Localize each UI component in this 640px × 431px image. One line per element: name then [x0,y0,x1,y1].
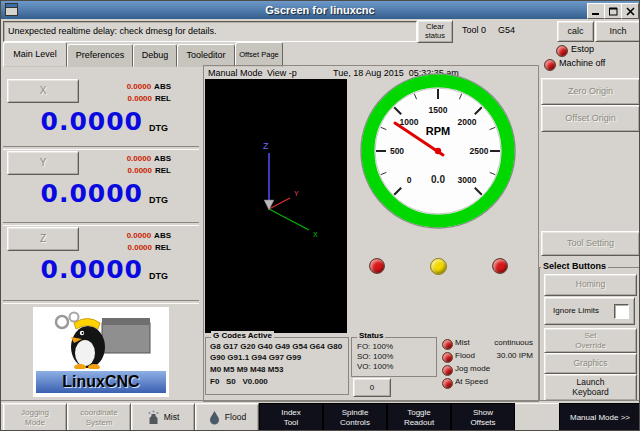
gcodes-line: G90 G91.1 G94 G97 G99 [210,353,301,362]
mist-icon [147,410,160,425]
coord-system-label: G54 [498,25,515,35]
at-speed-label: At Speed [455,377,488,386]
mist-button[interactable]: Mist [131,403,195,431]
y-abs-value: 0.0000 [127,154,151,163]
mcodes-line: M0 M5 M9 M48 M53 [210,365,283,374]
svg-text:X: X [313,231,318,238]
ignore-limits-checkbox[interactable] [614,304,629,319]
offset-origin-button[interactable]: Offset Origin [541,105,640,132]
dtg-label: DTG [149,123,168,133]
jog-mode-label: Jog mode [455,364,490,373]
feed-override-label: FO: 100% [357,342,393,351]
show-offsets-label: Show Offsets [464,408,502,426]
status-led-right [492,258,508,274]
override-spinbutton[interactable]: 0 [353,378,391,397]
homing-button[interactable]: Homing [544,274,637,296]
tab-tooleditor[interactable]: Tooleditor [177,44,235,67]
linuxcnc-logo: LinuxCNC [33,307,169,397]
status-message: Unexpected realtime delay: check dmesg f… [8,26,217,36]
set-override-label: Set Override [570,331,612,349]
titlebar[interactable]: Gscreen for linuxcnc [1,1,639,19]
zero-origin-button[interactable]: Zero Origin [541,78,640,105]
tab-preferences[interactable]: Preferences [67,44,133,67]
toggle-readout-label: Toggle Readout [398,408,440,426]
tab-debug[interactable]: Debug [133,44,177,67]
at-speed-led [442,378,453,389]
status-led-left [369,258,385,274]
jogging-mode-button[interactable]: Jogging Mode [3,403,67,431]
gremlin-view[interactable]: Z Y X [205,79,347,333]
coordinate-system-label: coordinate System [74,408,124,426]
dtg-label: DTG [149,195,168,205]
rel-label: REL [155,94,171,103]
svg-text:0: 0 [407,175,412,185]
estop-led [556,45,568,57]
tool-label: Tool 0 [462,25,486,35]
gauge-value: 0.0 [431,174,445,185]
fsv-line: F0 S0 V0.000 [210,377,268,386]
select-buttons-label: Select Buttons [541,261,608,271]
tab-offset-page[interactable]: Offset Page [235,42,283,67]
gauge-title: RPM [426,125,450,137]
tab-main-level[interactable]: Main Level [3,42,67,67]
close-icon [626,7,635,16]
rpm-gauge: 0 500 1000 1500 2000 2500 3000 RPM 0.0 [358,71,518,231]
minimize-button[interactable] [587,3,605,19]
status-led-center [430,258,447,275]
flood-state-value: 30.00 IPM [441,351,533,360]
gcodes-line: G8 G17 G20 G40 G49 G54 G64 G80 [210,342,342,351]
calc-button[interactable]: calc [557,21,594,42]
flood-button[interactable]: Flood [195,403,259,431]
dtg-label: DTG [149,271,168,281]
logo-text: LinuxCNC [62,373,139,391]
abs-label: ABS [154,154,171,163]
flood-icon [208,410,221,425]
jog-mode-led [442,365,453,376]
tool-setting-button[interactable]: Tool Setting [541,231,640,256]
rel-label: REL [155,166,171,175]
jogging-mode-label: Jogging Mode [16,408,54,426]
z-dtg-value: 0.0000 [3,255,143,284]
index-tool-button[interactable]: Index Tool [259,403,323,431]
rel-label: REL [155,243,171,252]
statusbar-message-box: Unexpected realtime delay: check dmesg f… [3,21,417,42]
launch-keyboard-label: Launch Keyboard [568,378,614,398]
mist-button-label: Mist [164,413,180,423]
flood-button-label: Flood [225,413,246,423]
machine-off-led [544,59,556,71]
svg-text:Y: Y [294,190,299,197]
window-title: Gscreen for linuxcnc [1,1,639,19]
coordinate-system-button[interactable]: coordinate System [67,403,131,431]
spindle-controls-button[interactable]: Spindle Controls [323,403,387,431]
ignore-limits-button[interactable]: Ignore Limits [544,297,635,325]
y-dtg-value: 0.0000 [3,179,143,208]
minimize-icon [592,7,600,15]
svg-text:3000: 3000 [458,175,477,185]
svg-text:1500: 1500 [429,105,448,115]
machine-off-label: Machine off [559,58,605,68]
estop-label: Estop [571,44,594,54]
velocity-override-label: VO: 100% [357,362,393,371]
graphics-button[interactable]: Graphics [544,353,637,374]
clear-status-button[interactable]: Clear status [417,20,453,43]
x-abs-value: 0.0000 [127,82,151,91]
spindle-override-label: SO: 100% [357,352,393,361]
launch-keyboard-button[interactable]: Launch Keyboard [544,374,637,401]
show-offsets-button[interactable]: Show Offsets [451,403,515,431]
ignore-limits-label: Ignore Limits [550,306,602,315]
svg-text:500: 500 [390,146,404,156]
toggle-readout-button[interactable]: Toggle Readout [387,403,451,431]
abs-label: ABS [154,82,171,91]
maximize-button[interactable] [604,3,622,19]
close-button[interactable] [621,3,639,19]
mist-state-value: continuous [441,338,533,347]
set-override-button[interactable]: Set Override [544,328,637,353]
separator [3,146,199,150]
index-tool-label: Index Tool [275,408,307,426]
units-button[interactable]: Inch [595,21,640,42]
svg-text:1000: 1000 [400,117,419,127]
linuxcnc-penguin-icon [36,309,166,369]
x-dtg-value: 0.0000 [3,107,143,136]
svg-text:2500: 2500 [470,146,489,156]
manual-mode-button[interactable]: Manual Mode >> [559,403,640,431]
